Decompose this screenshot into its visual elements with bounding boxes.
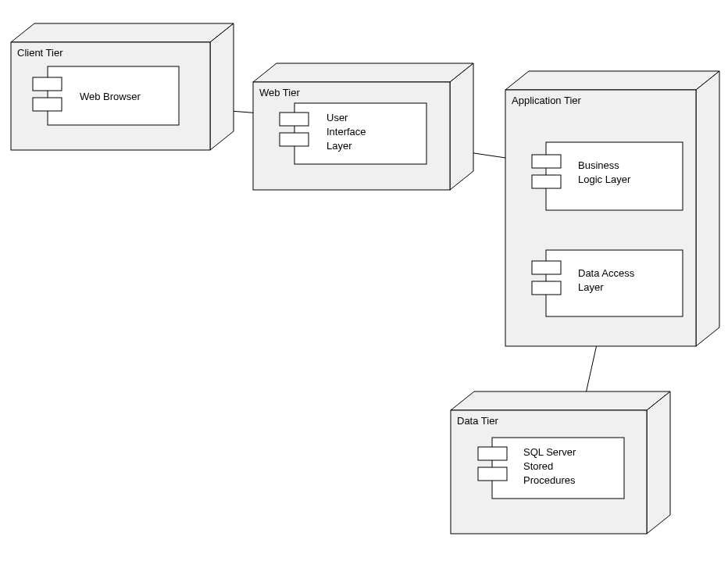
component-data-access-layer: Data Access Layer bbox=[532, 250, 683, 316]
svg-rect-19 bbox=[532, 261, 561, 274]
tier-data: Data Tier SQL Server Stored Procedures bbox=[451, 391, 670, 534]
ui-layer-line3: Layer bbox=[327, 140, 352, 152]
svg-rect-4 bbox=[33, 77, 62, 91]
svg-marker-0 bbox=[11, 23, 234, 42]
da-line2: Layer bbox=[578, 281, 604, 293]
svg-marker-13 bbox=[696, 71, 719, 346]
svg-rect-10 bbox=[280, 113, 309, 126]
component-ui-layer: User Interface Layer bbox=[280, 103, 426, 164]
sql-line2: Stored bbox=[523, 460, 553, 472]
tier-web-label: Web Tier bbox=[259, 87, 300, 98]
tier-client-label: Client Tier bbox=[17, 47, 63, 59]
svg-rect-26 bbox=[478, 467, 507, 481]
tier-data-label: Data Tier bbox=[457, 415, 498, 427]
tier-client: Client Tier Web Browser bbox=[11, 23, 234, 150]
component-business-logic-layer: Business Logic Layer bbox=[532, 142, 683, 210]
svg-rect-16 bbox=[532, 155, 561, 168]
svg-rect-18 bbox=[546, 250, 683, 316]
svg-rect-5 bbox=[33, 98, 62, 111]
component-sql-stored-procedures: SQL Server Stored Procedures bbox=[478, 438, 624, 499]
svg-marker-21 bbox=[451, 391, 670, 410]
svg-rect-20 bbox=[532, 281, 561, 295]
ui-layer-line2: Interface bbox=[327, 126, 366, 138]
tier-web: Web Tier User Interface Layer bbox=[253, 63, 473, 190]
da-line1: Data Access bbox=[578, 267, 635, 279]
ui-layer-line1: User bbox=[327, 112, 348, 123]
web-browser-label: Web Browser bbox=[80, 91, 141, 102]
tier-application-label: Application Tier bbox=[512, 95, 582, 106]
svg-rect-11 bbox=[280, 133, 309, 146]
svg-marker-6 bbox=[253, 63, 473, 82]
svg-marker-12 bbox=[505, 71, 719, 90]
component-web-browser: Web Browser bbox=[33, 66, 179, 125]
deployment-diagram: Client Tier Web Browser Web Tier User In… bbox=[0, 0, 728, 572]
tier-application: Application Tier Business Logic Layer Da… bbox=[505, 71, 719, 346]
biz-line1: Business bbox=[578, 159, 619, 171]
biz-line2: Logic Layer bbox=[578, 173, 631, 185]
svg-marker-1 bbox=[210, 23, 234, 150]
svg-marker-22 bbox=[647, 391, 670, 534]
svg-rect-25 bbox=[478, 447, 507, 460]
sql-line3: Procedures bbox=[523, 474, 576, 486]
svg-marker-7 bbox=[450, 63, 473, 190]
sql-line1: SQL Server bbox=[523, 446, 576, 458]
svg-rect-17 bbox=[532, 175, 561, 188]
